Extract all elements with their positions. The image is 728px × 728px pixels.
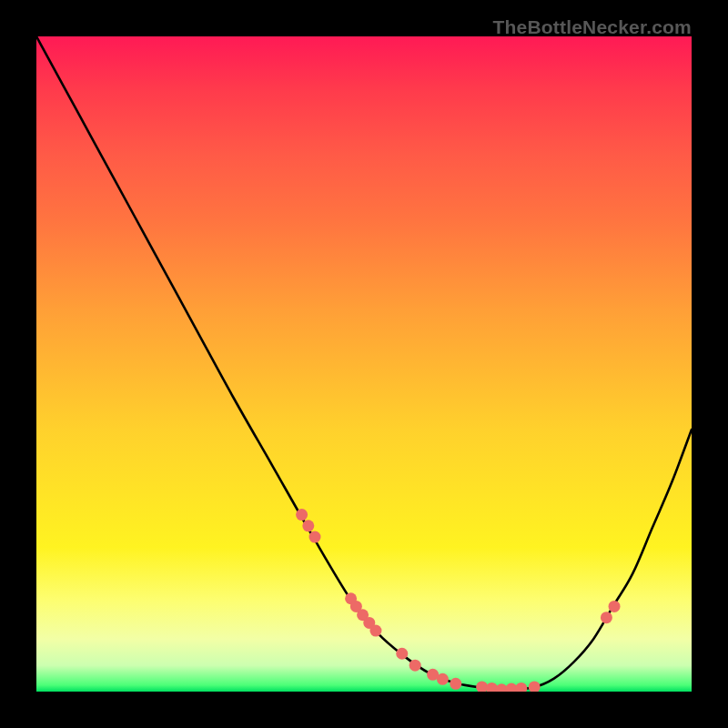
marker-dot: [396, 648, 408, 660]
marker-dot: [609, 601, 621, 612]
chart-panel: [36, 36, 692, 692]
marker-dot: [296, 509, 308, 521]
marker-dot: [476, 681, 488, 692]
marker-dot: [302, 520, 314, 531]
marker-dot: [450, 678, 461, 690]
marker-dot: [437, 673, 449, 685]
marker-dot: [369, 625, 381, 637]
marker-dot: [309, 531, 321, 543]
attribution-link[interactable]: TheBottleNecker.com: [492, 16, 692, 38]
marker-dot: [529, 681, 541, 692]
bottleneck-curve: [36, 36, 692, 690]
marker-dot: [410, 660, 421, 672]
marker-dot: [601, 612, 612, 623]
marker-dot: [515, 682, 527, 692]
chart-svg: [36, 36, 692, 692]
